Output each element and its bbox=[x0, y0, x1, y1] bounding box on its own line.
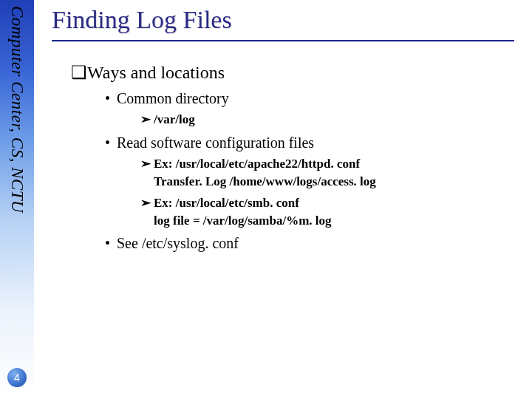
content-area: Finding Log Files ❑Ways and locations •C… bbox=[52, 6, 514, 392]
bullet-read-config-files: •Read software configuration files bbox=[105, 134, 514, 151]
bullet-smb-log-file: log file = /var/log/samba/%m. log bbox=[154, 212, 514, 230]
bullet-text: /var/log bbox=[154, 112, 195, 126]
bullet-text: Read software configuration files bbox=[117, 134, 314, 151]
bullet-text: Ways and locations bbox=[87, 63, 225, 82]
title-underline bbox=[52, 40, 514, 41]
bullet-var-log: ➢/var/log bbox=[140, 112, 514, 129]
bullet-syslog-conf: •See /etc/syslog. conf bbox=[105, 235, 514, 252]
bullet-text: Ex: /usr/local/etc/apache22/httpd. conf bbox=[154, 157, 360, 171]
bullet-text: Ex: /usr/local/etc/smb. conf bbox=[154, 196, 299, 210]
square-bullet-icon: ❑ bbox=[71, 62, 87, 83]
dot-bullet-icon: • bbox=[105, 235, 117, 252]
page-number: 4 bbox=[14, 372, 20, 383]
sidebar-org-text: Computer Center, CS, NCTU bbox=[7, 6, 27, 213]
bullet-common-directory: •Common directory bbox=[105, 90, 514, 107]
bullet-apache-conf: ➢Ex: /usr/local/etc/apache22/httpd. conf bbox=[140, 156, 514, 173]
bullet-smb-conf: ➢Ex: /usr/local/etc/smb. conf bbox=[140, 195, 514, 212]
bullet-text: Common directory bbox=[117, 90, 229, 106]
bullet-apache-transfer-log: Transfer. Log /home/www/logs/access. log bbox=[154, 173, 514, 191]
sidebar: Computer Center, CS, NCTU bbox=[0, 0, 34, 399]
dot-bullet-icon: • bbox=[105, 90, 117, 107]
bullet-text: See /etc/syslog. conf bbox=[117, 235, 239, 251]
arrow-bullet-icon: ➢ bbox=[140, 112, 154, 129]
page-number-badge: 4 bbox=[7, 368, 27, 387]
slide-title: Finding Log Files bbox=[52, 6, 514, 38]
arrow-bullet-icon: ➢ bbox=[140, 156, 154, 173]
bullet-ways-and-locations: ❑Ways and locations bbox=[71, 62, 514, 83]
arrow-bullet-icon: ➢ bbox=[140, 195, 154, 212]
slide: Computer Center, CS, NCTU 4 Finding Log … bbox=[0, 0, 532, 399]
dot-bullet-icon: • bbox=[105, 134, 117, 151]
